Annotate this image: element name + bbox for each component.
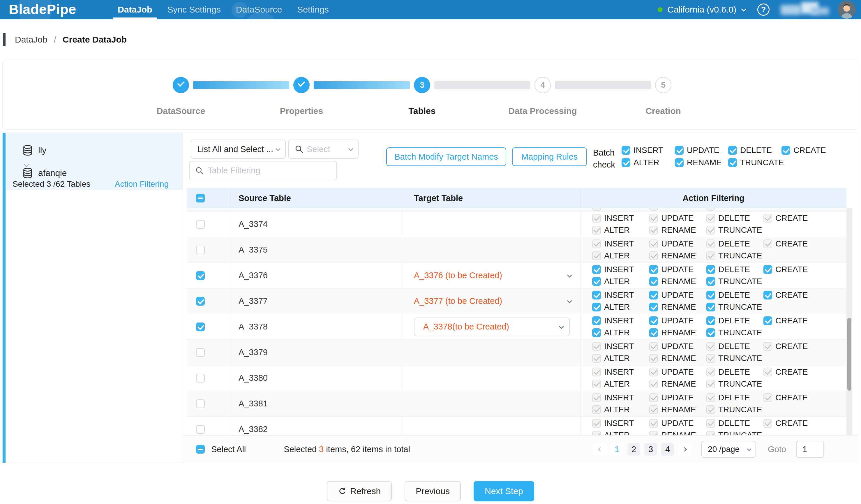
step-circle-creation[interactable]: 5 xyxy=(655,77,671,93)
action-checkbox-delete[interactable] xyxy=(706,316,715,325)
row-checkbox[interactable] xyxy=(196,374,205,382)
action-label: INSERT xyxy=(604,367,634,377)
batch-checkbox-alter[interactable] xyxy=(621,158,630,167)
action-checkbox-create[interactable] xyxy=(763,291,772,299)
action-checkbox-create[interactable] xyxy=(763,316,772,325)
list-mode-value: List All and Select ... xyxy=(197,145,273,154)
action-checkbox-insert[interactable] xyxy=(592,316,601,325)
step-circle-properties[interactable] xyxy=(293,77,310,93)
refresh-button[interactable]: Refresh xyxy=(327,481,392,501)
row-action-alter: ALTER xyxy=(592,405,649,414)
action-checkbox-update[interactable] xyxy=(649,316,658,325)
action-label: ALTER xyxy=(604,379,630,389)
row-checkbox[interactable] xyxy=(196,246,205,254)
target-table-select[interactable]: A_3377 (to be Created) xyxy=(414,296,580,306)
page-button-2[interactable]: 2 xyxy=(627,443,640,455)
action-label: RENAME xyxy=(661,379,696,389)
nav-item-datajob[interactable]: DataJob xyxy=(110,0,160,19)
previous-button[interactable]: Previous xyxy=(405,481,461,501)
breadcrumb-parent[interactable]: DataJob xyxy=(15,35,47,44)
help-icon[interactable]: ? xyxy=(757,3,769,16)
row-checkbox[interactable] xyxy=(196,399,205,408)
batch-checkbox-rename[interactable] xyxy=(675,158,684,167)
batch-checkbox-update[interactable] xyxy=(675,146,684,155)
batch-check-label: Batch check xyxy=(593,147,621,171)
action-checkbox-truncate[interactable] xyxy=(706,328,715,337)
nav-item-sync-settings[interactable]: Sync Settings xyxy=(160,0,228,19)
action-filtering-link[interactable]: Action Filtering xyxy=(115,179,169,189)
action-checkbox-rename[interactable] xyxy=(649,303,658,311)
chevron-down-icon[interactable] xyxy=(741,7,746,12)
row-checkbox[interactable] xyxy=(196,297,205,305)
batch-checkbox-delete[interactable] xyxy=(728,146,737,155)
nav-item-settings[interactable]: Settings xyxy=(289,0,336,19)
select-all-header-checkbox[interactable] xyxy=(196,194,205,203)
action-checkbox-rename[interactable] xyxy=(649,328,658,337)
action-label: DELETE xyxy=(718,239,750,248)
action-checkbox-update[interactable] xyxy=(649,291,658,299)
brand-logo[interactable]: BladePipe xyxy=(9,0,76,19)
row-action-update: UPDATE xyxy=(649,214,706,223)
scrollbar-thumb[interactable] xyxy=(847,318,851,391)
step-label-tables: Tables xyxy=(409,106,436,116)
environment-selector[interactable]: California (v0.6.0) xyxy=(667,5,736,15)
row-checkbox-cell xyxy=(187,237,230,262)
row-checkbox[interactable] xyxy=(196,271,205,280)
prev-page-button[interactable] xyxy=(593,443,606,455)
batch-checkbox-create[interactable] xyxy=(781,146,790,155)
action-checkbox-delete[interactable] xyxy=(706,291,715,299)
goto-page-input[interactable] xyxy=(796,441,824,458)
action-checkbox-alter[interactable] xyxy=(592,328,601,337)
row-checkbox[interactable] xyxy=(196,425,205,434)
action-checkbox-truncate[interactable] xyxy=(706,303,715,311)
row-action-rename: RENAME xyxy=(649,431,706,435)
next-page-button[interactable] xyxy=(678,443,691,455)
filter-select[interactable]: Select xyxy=(288,139,358,159)
step-circle-datasource[interactable] xyxy=(173,77,189,93)
row-checkbox[interactable] xyxy=(196,323,205,331)
step-circle-data-processing[interactable]: 4 xyxy=(534,77,551,93)
table-scrollbar[interactable] xyxy=(846,208,852,435)
mapping-rules-button[interactable]: Mapping Rules xyxy=(512,147,587,166)
batch-checkbox-truncate[interactable] xyxy=(728,158,737,167)
action-checkbox-alter[interactable] xyxy=(592,303,601,311)
action-checkbox-alter[interactable] xyxy=(592,277,601,286)
action-checkbox-create[interactable] xyxy=(763,265,772,274)
list-mode-select[interactable]: List All and Select ... xyxy=(191,139,286,159)
row-checkbox[interactable] xyxy=(196,220,205,229)
table-filter-input[interactable] xyxy=(208,166,331,175)
action-checkbox-truncate[interactable] xyxy=(706,277,715,286)
page-button-3[interactable]: 3 xyxy=(644,443,657,455)
row-checkbox[interactable] xyxy=(196,348,205,357)
action-row: INSERTUPDATEDELETECREATE xyxy=(592,214,846,223)
target-table-select[interactable]: A_3378(to be Created) xyxy=(414,317,570,336)
action-checkbox-insert[interactable] xyxy=(592,291,601,299)
batch-checkbox-insert[interactable] xyxy=(621,146,630,155)
avatar[interactable] xyxy=(838,1,856,19)
page-size-select[interactable]: 20 /page xyxy=(701,441,755,458)
action-checkbox-insert[interactable] xyxy=(592,265,601,274)
nav-item-datasource[interactable]: DataSource xyxy=(228,0,289,19)
chevron-down-icon xyxy=(747,447,751,451)
table-header-row: Source Table Target Table Action Filteri… xyxy=(187,188,846,208)
source-table-name: A_3374 xyxy=(238,219,268,229)
action-checkbox-delete[interactable] xyxy=(706,265,715,274)
target-database[interactable]: afanqie xyxy=(22,167,67,179)
action-checkbox-update[interactable] xyxy=(649,265,658,274)
select-all-label[interactable]: Select All xyxy=(211,445,246,454)
target-table-select[interactable]: A_3376 (to be Created) xyxy=(414,271,580,280)
page-button-1[interactable]: 1 xyxy=(611,443,623,455)
stepper-card: 345 DataSourcePropertiesTablesData Proce… xyxy=(2,60,858,130)
page-button-4[interactable]: 4 xyxy=(661,443,674,455)
action-checkbox-rename[interactable] xyxy=(649,277,658,286)
select-all-checkbox[interactable] xyxy=(196,445,205,454)
sidebar-selected-mapping[interactable]: lly afanqie Selected 3 /62 Tables Action… xyxy=(5,133,183,190)
action-checkbox-rename xyxy=(649,354,658,363)
source-db-name: lly xyxy=(38,145,46,155)
step-circle-tables[interactable]: 3 xyxy=(414,77,430,93)
action-label: TRUNCATE xyxy=(718,354,762,363)
next-step-button[interactable]: Next Step xyxy=(474,481,534,501)
source-database[interactable]: lly xyxy=(22,145,46,156)
batch-modify-target-names-button[interactable]: Batch Modify Target Names xyxy=(386,147,506,166)
row-action-update: UPDATE xyxy=(649,239,706,248)
